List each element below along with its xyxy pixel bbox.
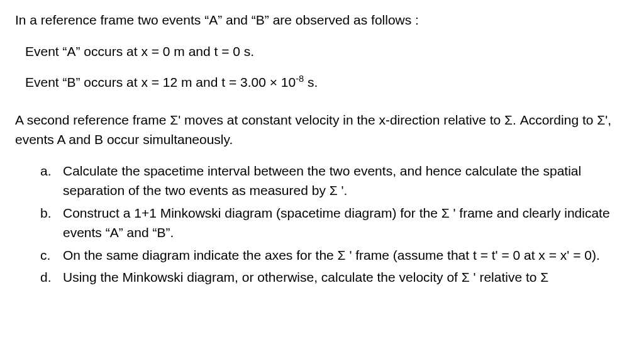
item-text-a: Calculate the spacetime interval between… (63, 164, 581, 198)
question-list: a. Calculate the spacetime interval betw… (40, 161, 629, 287)
item-text-d: Using the Minkowski diagram, or otherwis… (63, 270, 548, 284)
second-frame-text: A second reference frame Σ' moves at con… (15, 110, 629, 150)
event-b-suffix: s. (304, 75, 318, 89)
list-item-a: a. Calculate the spacetime interval betw… (40, 161, 629, 201)
event-a-text: Event “A” occurs at x = 0 m and t = 0 s. (25, 42, 629, 62)
item-letter-b: b. (40, 203, 52, 223)
list-item-c: c. On the same diagram indicate the axes… (40, 245, 629, 265)
item-letter-a: a. (40, 161, 52, 181)
intro-text: In a reference frame two events “A” and … (15, 10, 629, 30)
item-text-c: On the same diagram indicate the axes fo… (63, 248, 600, 262)
item-letter-c: c. (40, 245, 50, 265)
event-b-text: Event “B” occurs at x = 12 m and t = 3.0… (25, 72, 629, 92)
list-item-d: d. Using the Minkowski diagram, or other… (40, 267, 629, 287)
event-b-prefix: Event “B” occurs at x = 12 m and t = 3.0… (25, 75, 296, 89)
item-letter-d: d. (40, 267, 52, 287)
item-text-b: Construct a 1+1 Minkowski diagram (space… (63, 206, 610, 240)
list-item-b: b. Construct a 1+1 Minkowski diagram (sp… (40, 203, 629, 243)
event-b-exponent: -8 (296, 74, 304, 84)
